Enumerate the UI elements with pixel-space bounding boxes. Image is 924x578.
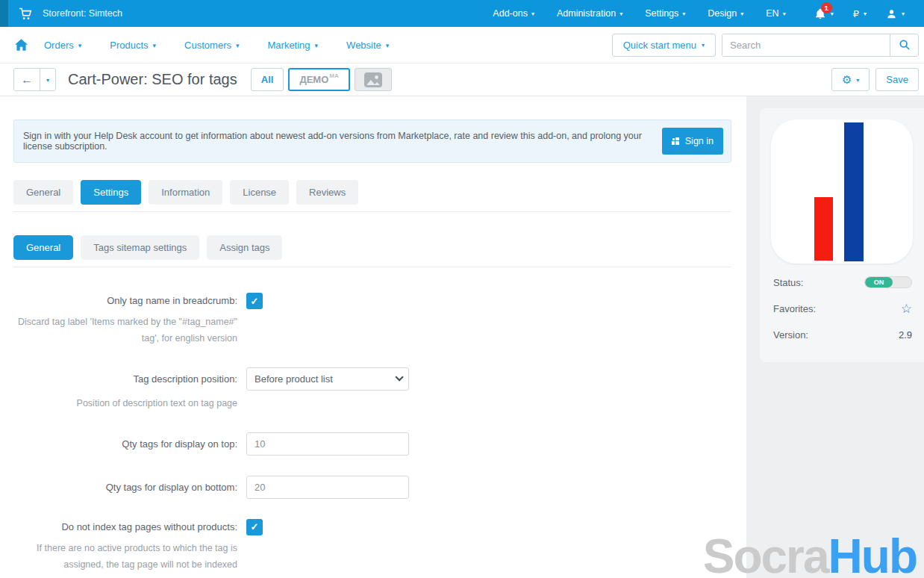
field-label: Only tag name in breadcrumb: [13,293,237,309]
back-dropdown-button[interactable]: ▾ [40,69,55,90]
nav-item-customers[interactable]: Customers ▾ [184,40,239,51]
account-menu[interactable]: ▾ [886,8,905,19]
quick-start-label: Quick start menu [623,40,696,51]
field-do-not-index-empty-tag-pages: Do not index tag pages without products:… [13,519,731,574]
field-hint: Discard tag label 'Items marked by the "… [13,314,237,347]
search-group [722,34,919,57]
chevron-down-icon: ▾ [831,11,834,17]
check-icon: ✓ [251,296,259,307]
chevron-down-icon: ▾ [702,43,705,49]
nav-label: Orders [44,40,74,51]
demo-superscript: MA [329,72,338,79]
subtab-tags-sitemap-settings[interactable]: Tags sitemap settings [81,235,199,260]
tab-license[interactable]: License [230,180,289,205]
cart-icon[interactable] [8,7,43,20]
qty-tags-bottom-input[interactable] [246,476,409,499]
search-input[interactable] [722,34,890,56]
image-icon [363,72,383,88]
control-column: ✓ [246,519,263,574]
nav-item-orders[interactable]: Orders ▾ [44,40,81,51]
tab-general[interactable]: General [13,180,73,205]
chevron-down-icon: ▾ [682,11,685,17]
currency-selector[interactable]: ₽ ▾ [853,8,867,19]
menu-label: Settings [645,8,678,19]
sign-in-button[interactable]: Sign in [662,128,723,155]
topbar: Storefront: Simtech Add-ons ▾ Administra… [0,0,924,27]
field-qty-tags-top: Qty tags for display on top: [13,432,731,456]
status-label: Status: [773,277,803,288]
label-column: Qty tags for display on bottom: [13,476,237,499]
notifications-menu[interactable]: 1 ▾ [814,7,834,20]
subtab-assign-tags[interactable]: Assign tags [207,235,282,260]
field-label: Qty tags for display on bottom: [13,476,237,499]
logo-blue-bar [844,122,864,261]
selected-option: Before product list [255,373,333,385]
topbar-menus: Add-ons ▾ Administration ▾ Settings ▾ De… [493,8,785,19]
nav-item-website[interactable]: Website ▾ [346,40,389,51]
star-icon[interactable]: ☆ [901,302,912,315]
storefront-label[interactable]: Storefront: Simtech [43,8,122,19]
version-row: Version: 2.9 [773,326,912,343]
favorites-row: Favorites: ☆ [773,300,912,317]
topbar-menu-addons[interactable]: Add-ons ▾ [493,8,534,19]
breadcrumb-checkbox[interactable]: ✓ [246,293,263,309]
signin-alert: Sign in with your Help Desk account to g… [13,119,731,163]
addon-sidebar: Status: ON Favorites: ☆ Version: 2.9 [746,96,924,578]
language-selector[interactable]: EN ▾ [766,8,785,19]
control-column: Before product list [246,367,409,412]
chevron-down-icon: ▾ [740,11,743,17]
tab-reviews[interactable]: Reviews [296,180,358,205]
field-label: Do not index tag pages without products: [13,519,237,535]
nav-item-marketing[interactable]: Marketing ▾ [268,40,319,51]
storefront-all-button[interactable]: All [251,68,284,91]
field-tag-description-position: Tag description position: Position of de… [13,367,731,412]
topbar-menu-settings[interactable]: Settings ▾ [645,8,685,19]
topbar-menu-administration[interactable]: Administration ▾ [557,8,622,19]
tag-description-position-select[interactable]: Before product list [246,367,409,391]
topbar-menu-design[interactable]: Design ▾ [708,8,743,19]
addon-logo [771,119,913,264]
chevron-down-icon: ▾ [153,43,157,49]
back-button[interactable]: ← [14,69,40,90]
home-icon[interactable] [15,39,28,51]
version-value: 2.9 [899,329,912,341]
chevron-down-icon: ▾ [619,11,622,17]
chevron-down-icon: ▾ [236,43,240,49]
chevron-down-icon [395,373,403,381]
label-column: Do not index tag pages without products:… [13,519,237,574]
favorites-label: Favorites: [773,303,816,314]
back-split-button: ← ▾ [13,68,56,91]
nav-label: Customers [184,40,231,51]
chevron-down-icon: ▾ [46,78,49,84]
nav-items: Orders ▾ Products ▾ Customers ▾ Marketin… [44,40,389,51]
content-area: Sign in with your Help Desk account to g… [0,96,746,578]
nav-label: Website [346,40,381,51]
field-label: Qty tags for display on top: [13,432,237,456]
nav-label: Marketing [268,40,310,51]
tabs-divider [13,211,731,212]
nav-item-products[interactable]: Products ▾ [110,40,156,51]
storefront-image-button[interactable] [355,68,392,91]
tab-information[interactable]: Information [149,180,222,205]
all-label: All [261,74,274,85]
no-index-checkbox[interactable]: ✓ [246,519,263,535]
menu-label: Add-ons [493,8,528,19]
tab-settings[interactable]: Settings [81,180,141,205]
check-icon: ✓ [251,521,259,532]
settings-gear-dropdown[interactable]: ⚙ ▾ [831,68,870,91]
field-label: Tag description position: [13,367,237,391]
save-button[interactable]: Save [875,68,919,91]
storefront-demo-button[interactable]: ДЕМО MA [288,68,349,91]
demo-label: ДЕМО [299,74,328,85]
status-toggle[interactable]: ON [864,276,912,288]
sign-in-label: Sign in [685,136,714,146]
qty-tags-top-input[interactable] [246,432,409,456]
quick-start-menu-button[interactable]: Quick start menu ▾ [612,34,716,57]
titlebar-actions: ⚙ ▾ Save [831,68,919,91]
language-label: EN [766,8,778,19]
subtab-general[interactable]: General [13,235,73,260]
main-area: Sign in with your Help Desk account to g… [0,96,924,578]
cs-cart-admin: Storefront: Simtech Add-ons ▾ Administra… [0,0,924,578]
page-title: Cart-Power: SEO for tags [68,71,237,88]
search-button[interactable] [890,34,918,56]
